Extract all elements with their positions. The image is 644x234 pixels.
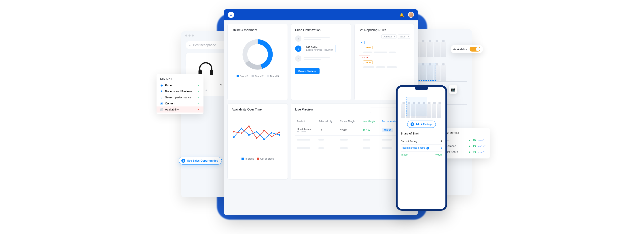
svg-point-6 xyxy=(240,128,242,129)
availability-chart-card: Availability Over Time In Stock Out of S… xyxy=(228,103,288,180)
bell-icon[interactable]: 🔔 xyxy=(400,13,404,17)
card-title: Availability Over Time xyxy=(232,107,284,111)
dashboard-window: w 🔔 Online Assortment Brand 1 Brand 2 xyxy=(224,9,418,215)
add-facings-button[interactable]: +Add 4 Facings xyxy=(407,121,436,128)
svg-point-8 xyxy=(256,131,258,133)
availability-toggle[interactable]: Availability xyxy=(450,45,483,53)
price: $ xyxy=(220,83,222,87)
value-select[interactable]: Value xyxy=(398,35,410,39)
phone-shelf xyxy=(401,94,442,118)
live-preview-table: Product Sales Velocity Current Margin Ne… xyxy=(295,118,410,152)
trend-up-icon: ▲ xyxy=(198,90,200,92)
sparkline xyxy=(478,150,486,154)
sparkline xyxy=(478,145,486,148)
current-facing-row: Current Facing 2 xyxy=(401,138,442,144)
svg-point-13 xyxy=(240,133,242,134)
arrow-down-icon: ↓ xyxy=(295,46,302,52)
app-logo[interactable]: w xyxy=(228,12,234,18)
line-chart xyxy=(232,115,284,155)
trend-up-icon: ▲ xyxy=(468,139,471,142)
if-tag: IF xyxy=(359,41,364,44)
plus-icon: + xyxy=(410,122,414,126)
info-icon[interactable]: i xyxy=(426,147,429,150)
donut-chart xyxy=(241,38,274,71)
attribute-select[interactable]: Attribute xyxy=(382,35,396,39)
impact-row: Impact +400% xyxy=(401,151,442,158)
chart-legend: Brand 1 Brand 2 Brand 3 xyxy=(232,75,284,78)
svg-point-5 xyxy=(233,136,234,138)
dashboard-header: w 🔔 xyxy=(224,9,418,20)
svg-point-14 xyxy=(248,126,250,127)
camera-button[interactable]: 📷 xyxy=(449,85,457,94)
image-icon: ▣ xyxy=(160,102,163,105)
sku-callout[interactable]: 988 SKUs Eligible for Price Reduction xyxy=(304,44,336,53)
svg-rect-1 xyxy=(210,70,213,75)
card-title: Set Repricing Rules xyxy=(359,28,410,32)
price-optimization-card: Price Optimization ↑ ↓ 988 SKUs Eligible… xyxy=(291,24,351,100)
table-row[interactable] xyxy=(295,136,410,144)
trend-up-icon: ▲ xyxy=(468,145,471,148)
svg-point-18 xyxy=(278,132,280,133)
elseif-tag: ELSE IF xyxy=(359,56,370,59)
search-placeholder: Best headphone xyxy=(193,43,216,47)
tag-icon: ◆ xyxy=(160,84,163,87)
kpi-row-ratings[interactable]: ★ Ratings and Reviews ▲ xyxy=(156,88,204,94)
table-row[interactable]: HeadphonesSKU-1234 1.5 32.8% 49.1% $63.9… xyxy=(295,125,410,136)
trend-up-icon: ▲ xyxy=(198,102,200,105)
phone-facing-selection[interactable] xyxy=(406,97,427,116)
kpi-title: Key KPIs xyxy=(156,77,204,82)
arrow-up-icon: ↑ xyxy=(295,35,302,42)
trend-down-icon: ▼ xyxy=(198,108,200,111)
assortment-card: Online Assortment Brand 1 Brand 2 Brand … xyxy=(228,24,288,100)
cart-icon: 🛒 xyxy=(160,108,163,111)
phone-mockup: +Add 4 Facings Share of Shelf Current Fa… xyxy=(396,85,447,211)
kpi-panel: Key KPIs ◆ Price ▲ ★ Ratings and Reviews… xyxy=(156,74,204,114)
trend-up-icon: ▲ xyxy=(468,150,471,154)
kpi-row-content[interactable]: ▣ Content ▲ xyxy=(156,100,204,106)
equals-icon: ＝ xyxy=(295,55,302,62)
svg-point-17 xyxy=(271,136,272,137)
metric-row-marketshare: Market Share ▲ 3% xyxy=(442,149,486,155)
svg-point-10 xyxy=(271,132,272,134)
svg-point-15 xyxy=(256,137,258,139)
search-icon: ⌕ xyxy=(160,96,163,99)
search-icon: ⌕ xyxy=(189,43,191,47)
svg-point-16 xyxy=(264,130,265,131)
share-of-shelf-title: Share of Shelf xyxy=(401,132,442,135)
card-title: Price Optimization xyxy=(295,28,347,32)
metric-row-sales: Sales ▲ 7% xyxy=(442,137,486,143)
chart-legend: In Stock Out of Stock xyxy=(232,157,284,160)
avatar[interactable] xyxy=(408,12,414,18)
table-row[interactable] xyxy=(295,144,410,152)
trend-up-icon: ▲ xyxy=(198,84,200,86)
card-title: Online Assortment xyxy=(232,28,284,32)
svg-point-12 xyxy=(233,131,234,133)
svg-point-11 xyxy=(278,134,280,136)
trend-up-icon: ▲ xyxy=(198,96,200,99)
toggle-switch[interactable] xyxy=(470,47,480,52)
sparkline xyxy=(478,139,486,142)
info-icon: i xyxy=(181,159,185,163)
svg-point-7 xyxy=(248,134,250,136)
star-icon: ★ xyxy=(160,90,163,93)
create-strategy-button[interactable]: Create Strategy xyxy=(295,68,320,74)
then-tag: THEN xyxy=(363,46,373,49)
recommended-facing-row: Recommended Facingi 6 xyxy=(401,144,442,151)
camera-icon: 📷 xyxy=(450,87,456,92)
kpi-row-availability[interactable]: 🛒 Availability ▼ xyxy=(156,106,204,112)
store-metrics-title: Store Metrics xyxy=(442,131,486,135)
kpi-row-price[interactable]: ◆ Price ▲ xyxy=(156,82,204,88)
metric-row-compliance: Compliance ▲ 4% xyxy=(442,143,486,149)
kpi-row-search[interactable]: ⌕ Search performance ▲ xyxy=(156,94,204,100)
svg-point-9 xyxy=(264,139,265,140)
then-tag: THEN xyxy=(363,61,373,64)
sales-opportunities-button[interactable]: i See Sales Opportunities xyxy=(179,157,222,165)
